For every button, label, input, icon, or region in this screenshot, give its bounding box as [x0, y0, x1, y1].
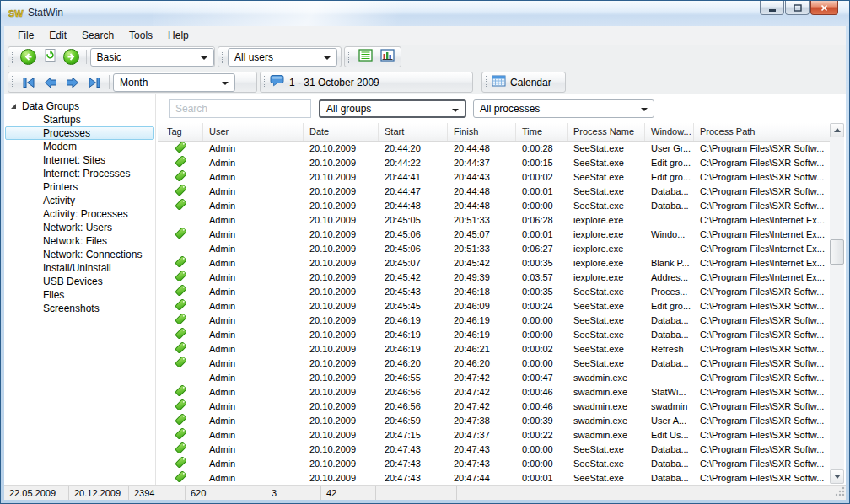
table-row[interactable]: Admin20.10.200920:44:4820:44:480:00:00Se…	[158, 199, 830, 213]
column-header-finish[interactable]: Finish	[448, 123, 516, 141]
column-header-date[interactable]: Date	[304, 123, 379, 141]
back-button[interactable]	[18, 48, 40, 67]
table-row[interactable]: Admin20.10.200920:45:0620:51:330:06:27ie…	[158, 242, 830, 256]
table-row[interactable]: Admin20.10.200920:46:1920:46:190:00:00Se…	[158, 314, 830, 328]
scroll-down-button[interactable]	[830, 469, 844, 484]
sidebar-item-processes[interactable]: Processes	[5, 126, 154, 140]
group-filter-combobox[interactable]: All groups	[319, 99, 466, 118]
close-button[interactable]	[810, 1, 838, 15]
table-row[interactable]: Admin20.10.200920:45:4320:46:180:00:35Se…	[158, 285, 830, 299]
next-period-button[interactable]	[62, 73, 83, 92]
maximize-button[interactable]	[785, 1, 810, 15]
sidebar-item-activity-processes[interactable]: Activity: Processes	[5, 207, 154, 221]
tag-cell	[158, 342, 203, 357]
refresh-report-button[interactable]	[40, 48, 62, 67]
toolbar-gripper[interactable]	[12, 51, 13, 63]
sidebar-item-usb-devices[interactable]: USB Devices	[5, 275, 154, 288]
tree-root-data-groups[interactable]: Data Groups	[4, 99, 155, 113]
status-cell-3: 620	[186, 486, 266, 500]
cell-process-name: SeeStat.exe	[568, 199, 645, 213]
cell-time: 0:00:22	[516, 428, 568, 442]
table-row[interactable]: Admin20.10.200920:46:5520:47:420:00:47sw…	[158, 371, 830, 385]
cell-user: Admin	[203, 213, 304, 228]
user-filter-combobox[interactable]: All users	[228, 48, 337, 67]
table-row[interactable]: Admin20.10.200920:45:4520:46:090:00:24Se…	[158, 299, 830, 314]
scroll-up-button[interactable]	[830, 123, 844, 137]
sidebar-item-screenshots[interactable]: Screenshots	[5, 302, 154, 315]
sidebar-item-network-files[interactable]: Network: Files	[5, 234, 154, 248]
sidebar-item-network-connections[interactable]: Network: Connections	[5, 248, 154, 261]
table-row[interactable]: Admin20.10.200920:46:2020:46:200:00:00Se…	[158, 357, 830, 371]
toolbar-gripper[interactable]	[348, 51, 350, 63]
forward-button[interactable]	[61, 48, 83, 67]
calendar-button[interactable]: Calendar	[481, 72, 566, 93]
toolbar-gripper[interactable]	[222, 51, 223, 63]
chart-view-button[interactable]	[376, 48, 398, 67]
search-input[interactable]	[169, 99, 311, 118]
menu-help[interactable]: Help	[160, 27, 196, 45]
table-row[interactable]: Admin20.10.200920:47:4320:47:440:00:01Se…	[158, 471, 830, 484]
report-view-button[interactable]	[354, 48, 376, 67]
triangle-down-icon	[834, 475, 841, 479]
table-row[interactable]: Admin20.10.200920:45:0520:51:330:06:28ie…	[158, 213, 830, 228]
menu-edit[interactable]: Edit	[41, 27, 74, 45]
period-type-combobox[interactable]: Month	[113, 73, 235, 92]
date-range-button[interactable]: 1 - 31 October 2009	[260, 72, 473, 93]
table-row[interactable]: Admin20.10.200920:47:4320:47:430:00:00Se…	[158, 442, 830, 457]
toolbar-gripper[interactable]	[12, 76, 13, 88]
menu-search[interactable]: Search	[74, 27, 121, 45]
column-header-process-name[interactable]: Process Name	[568, 123, 645, 141]
table-row[interactable]: Admin20.10.200920:46:1920:46:190:00:00Se…	[158, 328, 830, 342]
period-type-value: Month	[120, 77, 148, 88]
cell-time: 0:03:57	[516, 271, 568, 285]
sidebar-item-network-users[interactable]: Network: Users	[5, 221, 154, 234]
sidebar-item-startups[interactable]: Startups	[5, 113, 154, 126]
table-row[interactable]: Admin20.10.200920:44:4120:44:430:00:02Se…	[158, 170, 830, 185]
cell-finish: 20:44:43	[448, 170, 516, 185]
resize-grip-icon[interactable]	[835, 486, 845, 499]
vertical-scrollbar[interactable]	[830, 123, 844, 484]
menu-tools[interactable]: Tools	[121, 27, 160, 45]
table-row[interactable]: Admin20.10.200920:46:5920:47:380:00:39sw…	[158, 414, 830, 428]
tag-cell	[158, 428, 203, 442]
tag-icon	[175, 299, 187, 314]
column-header-tag[interactable]: Tag	[158, 123, 203, 141]
minimize-button[interactable]	[760, 1, 784, 15]
first-period-button[interactable]	[18, 73, 40, 92]
table-row[interactable]: Admin20.10.200920:46:1920:46:210:00:02Se…	[158, 342, 830, 357]
table-row[interactable]: Admin20.10.200920:44:2020:44:480:00:28Se…	[158, 142, 830, 156]
sidebar-item-files[interactable]: Files	[5, 288, 154, 302]
last-period-button[interactable]	[83, 73, 105, 92]
toolbar-gripper[interactable]	[264, 76, 266, 88]
menu-file[interactable]: File	[10, 27, 41, 45]
column-header-start[interactable]: Start	[379, 123, 448, 141]
table-row[interactable]: Admin20.10.200920:44:2220:44:370:00:15Se…	[158, 156, 830, 170]
scrollbar-thumb[interactable]	[830, 239, 844, 265]
table-row[interactable]: Admin20.10.200920:45:4220:49:390:03:57ie…	[158, 271, 830, 285]
toolbar-gripper[interactable]	[486, 76, 487, 88]
table-row[interactable]: Admin20.10.200920:47:4320:47:430:00:00Se…	[158, 457, 830, 471]
column-header-user[interactable]: User	[203, 123, 304, 141]
process-filter-combobox[interactable]: All processes	[473, 99, 654, 118]
cell-user: Admin	[203, 142, 304, 156]
sidebar-item-install-uninstall[interactable]: Install/Uninstall	[5, 261, 154, 275]
column-header-window-[interactable]: Window...	[645, 123, 694, 141]
column-header-process-path[interactable]: Process Path	[694, 123, 830, 141]
table-row[interactable]: Admin20.10.200920:46:5620:47:420:00:46sw…	[158, 399, 830, 414]
sidebar-item-internet-sites[interactable]: Internet: Sites	[5, 153, 154, 167]
sidebar-item-activity[interactable]: Activity	[5, 194, 154, 207]
table-row[interactable]: Admin20.10.200920:47:1520:47:370:00:22sw…	[158, 428, 830, 442]
sidebar-item-printers[interactable]: Printers	[5, 180, 154, 194]
cell-finish: 20:46:18	[448, 285, 516, 299]
table-row[interactable]: Admin20.10.200920:46:5620:47:420:00:46sw…	[158, 385, 830, 399]
report-type-combobox[interactable]: Basic	[90, 48, 215, 67]
table-row[interactable]: Admin20.10.200920:45:0720:45:420:00:35ie…	[158, 256, 830, 271]
column-header-time[interactable]: Time	[516, 123, 568, 141]
sidebar-item-modem[interactable]: Modem	[5, 140, 154, 153]
table-row[interactable]: Admin20.10.200920:45:0620:45:070:00:01ie…	[158, 228, 830, 242]
cell-process-name: SeeStat.exe	[568, 357, 645, 371]
previous-period-button[interactable]	[40, 73, 62, 92]
tag-icon	[175, 199, 187, 213]
table-row[interactable]: Admin20.10.200920:44:4720:44:480:00:01Se…	[158, 185, 830, 199]
sidebar-item-internet-processes[interactable]: Internet: Processes	[5, 167, 154, 180]
